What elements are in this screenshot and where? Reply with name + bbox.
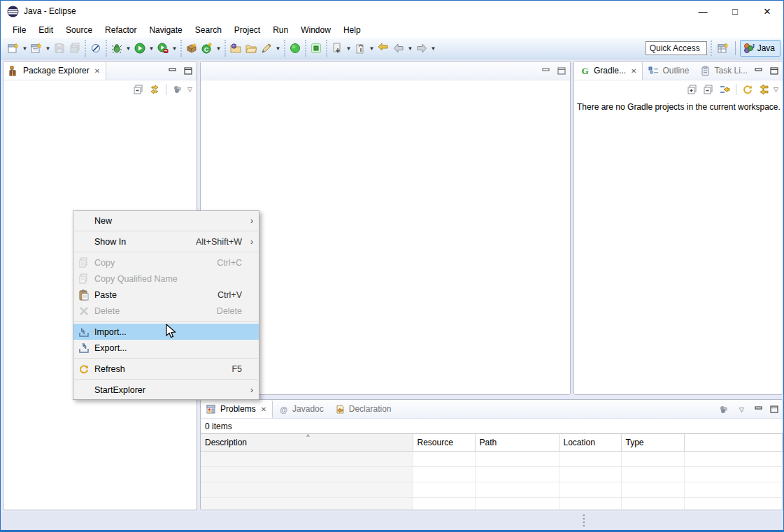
column-header-resource[interactable]: Resource (413, 434, 475, 451)
new-java-project-icon[interactable] (29, 41, 44, 56)
reload-all-icon[interactable] (757, 83, 770, 96)
expand-all-icon[interactable] (686, 83, 699, 96)
link-with-editor-icon[interactable] (148, 83, 161, 96)
menu-file[interactable]: File (6, 23, 32, 37)
copy-icon (78, 257, 90, 268)
debug-icon[interactable] (109, 41, 124, 56)
debug-dropdown[interactable]: ▼ (124, 41, 132, 56)
context-menu-item-new[interactable]: New› (73, 213, 259, 229)
back-dropdown[interactable]: ▼ (406, 41, 414, 56)
context-menu-item-show-in[interactable]: Show In Alt+Shift+W› (73, 233, 259, 250)
menu-refactor[interactable]: Refactor (99, 23, 143, 37)
context-menu-item-export[interactable]: Export... (73, 340, 259, 356)
close-button[interactable]: ✕ (751, 1, 783, 22)
close-tab-icon[interactable]: ✕ (94, 67, 100, 75)
view-menu-icon[interactable] (171, 83, 184, 96)
context-menu-item-delete[interactable]: Delete Delete (73, 303, 259, 319)
tab-outline[interactable]: Outline (643, 62, 694, 80)
refresh-icon (78, 364, 90, 375)
save-icon[interactable] (52, 41, 67, 56)
menu-window[interactable]: Window (294, 23, 337, 37)
column-header-path[interactable]: Path (475, 434, 559, 451)
maximize-view-icon[interactable] (769, 66, 779, 76)
menu-source[interactable]: Source (59, 23, 99, 37)
tab-problems[interactable]: Problems ✕ (201, 400, 273, 418)
minimize-view-icon[interactable] (753, 405, 764, 414)
gradle-tabbar: G Gradle... ✕ Outline Task Li... (574, 62, 783, 80)
menu-separator (74, 379, 258, 380)
maximize-view-icon[interactable] (769, 405, 779, 414)
forward-dropdown[interactable]: ▼ (429, 41, 437, 56)
maximize-button[interactable]: □ (719, 1, 751, 22)
context-menu-item-copy-qualified-name[interactable]: Copy Qualified Name (73, 271, 259, 287)
next-annotation-dropdown[interactable]: ▼ (345, 41, 352, 56)
back-icon[interactable] (391, 41, 406, 56)
suspend-icon[interactable] (308, 41, 324, 56)
menu-run[interactable]: Run (266, 23, 294, 37)
link-tasks-icon[interactable] (718, 83, 731, 96)
refresh-icon[interactable] (741, 83, 754, 96)
column-header-location[interactable]: Location (559, 434, 621, 451)
save-all-icon[interactable] (67, 41, 83, 56)
tab-declaration[interactable]: Declaration (329, 400, 397, 418)
minimize-editor-icon[interactable] (541, 66, 551, 76)
new-wizard-icon[interactable] (6, 41, 21, 56)
menu-help[interactable]: Help (337, 23, 367, 37)
collapse-all-icon[interactable] (702, 83, 715, 96)
open-perspective-icon[interactable] (715, 41, 731, 56)
new-java-project-dropdown[interactable]: ▼ (44, 41, 52, 56)
new-class-dropdown[interactable]: ▼ (215, 41, 222, 56)
run-coverage-dropdown[interactable]: ▼ (171, 41, 178, 56)
tab-gradle[interactable]: G Gradle... ✕ (574, 62, 643, 80)
tab-task-list[interactable]: Task Li... (694, 62, 753, 80)
skip-all-breakpoints-icon[interactable] (88, 41, 104, 56)
view-dropdown-icon[interactable]: ▽ (187, 86, 192, 93)
menu-edit[interactable]: Edit (32, 23, 59, 37)
run-dropdown[interactable]: ▼ (148, 41, 155, 56)
tab-label: Problems (220, 404, 256, 414)
open-task-icon[interactable] (228, 41, 243, 56)
context-menu-item-copy[interactable]: Copy Ctrl+C (73, 254, 259, 271)
search-pen-dropdown[interactable]: ▼ (274, 41, 282, 56)
view-dropdown-icon[interactable]: ▽ (774, 86, 778, 93)
next-annotation-icon[interactable] (329, 41, 345, 56)
close-tab-icon[interactable]: ✕ (261, 405, 266, 413)
forward-icon[interactable] (414, 41, 429, 56)
view-menu-icon[interactable] (718, 403, 730, 416)
view-dropdown-icon[interactable]: ▽ (739, 406, 744, 413)
close-tab-icon[interactable]: ✕ (631, 67, 636, 75)
column-header-type[interactable]: Type (621, 434, 684, 451)
minimize-button[interactable]: — (687, 1, 719, 22)
menu-navigate[interactable]: Navigate (143, 23, 188, 37)
collapse-all-icon[interactable] (132, 83, 145, 96)
run-icon[interactable] (132, 41, 148, 56)
menu-search[interactable]: Search (189, 23, 228, 37)
tab-package-explorer[interactable]: Package Explorer ✕ (3, 62, 106, 80)
context-menu-item-startexplorer[interactable]: StartExplorer› (73, 382, 259, 398)
new-class-icon[interactable]: C (199, 41, 215, 56)
open-folder-icon[interactable] (243, 41, 259, 56)
table-row (201, 497, 783, 510)
previous-annotation-dropdown[interactable]: ▼ (368, 41, 376, 56)
context-menu-item-refresh[interactable]: Refresh F5 (73, 361, 259, 377)
status-grip-icon[interactable]: ▪▪▪▪ (583, 514, 585, 528)
context-menu-item-paste[interactable]: Paste Ctrl+V (73, 287, 259, 303)
last-edit-location-icon[interactable] (376, 41, 391, 56)
quick-access-input[interactable] (646, 41, 707, 55)
new-wizard-dropdown[interactable]: ▼ (21, 41, 29, 56)
new-java-package-icon[interactable] (184, 41, 199, 56)
resume-icon[interactable] (287, 41, 303, 56)
previous-annotation-icon[interactable] (352, 41, 368, 56)
problems-icon (206, 404, 217, 415)
maximize-view-icon[interactable] (183, 66, 193, 76)
minimize-view-icon[interactable] (753, 66, 764, 76)
maximize-editor-icon[interactable] (556, 66, 566, 76)
java-perspective-button[interactable]: J Java (740, 40, 781, 57)
run-coverage-icon[interactable] (155, 41, 171, 56)
minimize-view-icon[interactable] (167, 66, 178, 76)
export-icon (78, 343, 90, 354)
menu-project[interactable]: Project (228, 23, 266, 37)
column-header-description[interactable]: ^Description (201, 434, 413, 451)
search-pen-icon[interactable] (259, 41, 274, 56)
tab-javadoc[interactable]: @ Javadoc (273, 400, 329, 418)
